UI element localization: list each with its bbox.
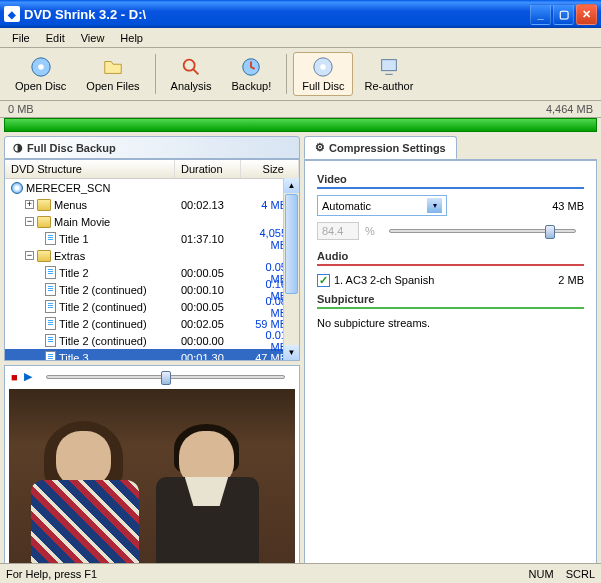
tree-root[interactable]: MERECER_SCN (5, 179, 299, 196)
reauthor-button[interactable]: Re-author (355, 52, 422, 96)
menu-help[interactable]: Help (112, 30, 151, 46)
close-button[interactable]: ✕ (576, 4, 597, 25)
svg-point-5 (321, 64, 327, 70)
tree-item[interactable]: Title 2 (continued)00:00.000.01 MB (5, 332, 299, 349)
tree-item-selected[interactable]: Title 300:01.3047 MB (5, 349, 299, 361)
menu-file[interactable]: File (4, 30, 38, 46)
backup-button[interactable]: Backup! (223, 52, 281, 96)
subpicture-section-header: Subpicture (317, 289, 584, 309)
minimize-button[interactable]: _ (530, 4, 551, 25)
open-files-button[interactable]: Open Files (77, 52, 148, 96)
chevron-down-icon: ▾ (427, 198, 442, 213)
subpicture-message: No subpicture streams. (317, 315, 584, 331)
video-mode-select[interactable]: Automatic ▾ (317, 195, 447, 216)
slider-thumb-icon[interactable] (545, 225, 555, 239)
status-bar: For Help, press F1 NUM SCRL (0, 563, 601, 583)
window-title: DVD Shrink 3.2 - D:\ (24, 7, 146, 22)
folder-icon (37, 216, 51, 228)
status-help: For Help, press F1 (6, 568, 97, 580)
play-button[interactable]: ▶ (24, 370, 32, 383)
video-ratio-slider[interactable] (389, 229, 576, 233)
left-panel-header: ◑ Full Disc Backup (4, 136, 300, 159)
folder-icon (37, 250, 51, 262)
col-duration[interactable]: Duration (175, 160, 241, 178)
title-icon (45, 300, 56, 313)
menu-edit[interactable]: Edit (38, 30, 73, 46)
analysis-button[interactable]: Analysis (162, 52, 221, 96)
size-max: 4,464 MB (546, 103, 593, 115)
dvd-structure-list: DVD Structure Duration Size MERECER_SCN … (4, 159, 300, 361)
title-icon (45, 266, 56, 279)
compression-panel: Video Automatic ▾ 43 MB 84.4 % Audio ✓1.… (304, 160, 597, 583)
status-num: NUM (529, 568, 554, 580)
status-scrl: SCRL (566, 568, 595, 580)
tree-item[interactable]: Title 2 (continued)00:00.050.08 MB (5, 298, 299, 315)
size-min: 0 MB (8, 103, 34, 115)
video-percent-input[interactable]: 84.4 (317, 222, 359, 240)
gear-icon: ⚙ (315, 141, 325, 154)
preview-panel: ■ ▶ (4, 365, 300, 583)
size-bar: 0 MB 4,464 MB (0, 101, 601, 118)
title-bar: ◆ DVD Shrink 3.2 - D:\ _ ▢ ✕ (0, 0, 601, 28)
size-progress-bar (4, 118, 597, 132)
video-section-header: Video (317, 169, 584, 189)
toolbar: Open Disc Open Files Analysis Backup! Fu… (0, 48, 601, 101)
scrollbar-vertical[interactable]: ▲▼ (283, 178, 299, 360)
title-icon (45, 334, 56, 347)
tree-title-1[interactable]: Title 101:37.104,055 MB (5, 230, 299, 247)
video-preview (9, 389, 295, 581)
audio-section-header: Audio (317, 246, 584, 266)
col-structure[interactable]: DVD Structure (5, 160, 175, 178)
preview-slider[interactable] (46, 375, 285, 379)
expand-icon[interactable]: + (25, 200, 34, 209)
disc-icon (11, 182, 23, 194)
left-panel-title: Full Disc Backup (27, 142, 116, 154)
app-icon: ◆ (4, 6, 20, 22)
open-disc-button[interactable]: Open Disc (6, 52, 75, 96)
video-size: 43 MB (552, 200, 584, 212)
menu-view[interactable]: View (73, 30, 113, 46)
svg-point-1 (38, 64, 44, 70)
menu-bar: File Edit View Help (0, 28, 601, 48)
audio-size: 2 MB (558, 274, 584, 287)
title-icon (45, 317, 56, 330)
col-size[interactable]: Size (241, 160, 299, 178)
folder-icon (37, 199, 51, 211)
svg-rect-6 (382, 60, 397, 71)
slider-thumb-icon[interactable] (161, 371, 171, 385)
title-icon (45, 232, 56, 245)
percent-label: % (365, 225, 375, 237)
collapse-icon[interactable]: ◑ (13, 141, 23, 154)
compression-tab-row: ⚙ Compression Settings (304, 136, 597, 160)
compression-settings-tab[interactable]: ⚙ Compression Settings (304, 136, 457, 159)
title-icon (45, 283, 56, 296)
collapse-icon[interactable]: − (25, 217, 34, 226)
stop-button[interactable]: ■ (11, 371, 18, 383)
checkbox-checked-icon[interactable]: ✓ (317, 274, 330, 287)
tree-menus[interactable]: +Menus00:02.134 MB (5, 196, 299, 213)
full-disc-button[interactable]: Full Disc (293, 52, 353, 96)
title-icon (45, 351, 56, 361)
audio-track-row[interactable]: ✓1. AC3 2-ch Spanish 2 MB (317, 272, 584, 289)
collapse-icon[interactable]: − (25, 251, 34, 260)
maximize-button[interactable]: ▢ (553, 4, 574, 25)
